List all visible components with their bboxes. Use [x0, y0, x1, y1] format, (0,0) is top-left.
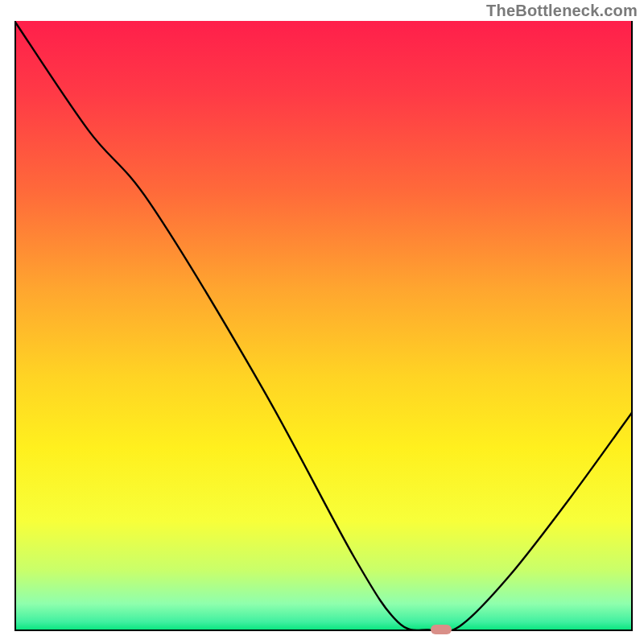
watermark-text: TheBottleneck.com — [486, 2, 638, 20]
optimal-point-marker — [431, 625, 452, 634]
axes-frame — [14, 21, 633, 631]
